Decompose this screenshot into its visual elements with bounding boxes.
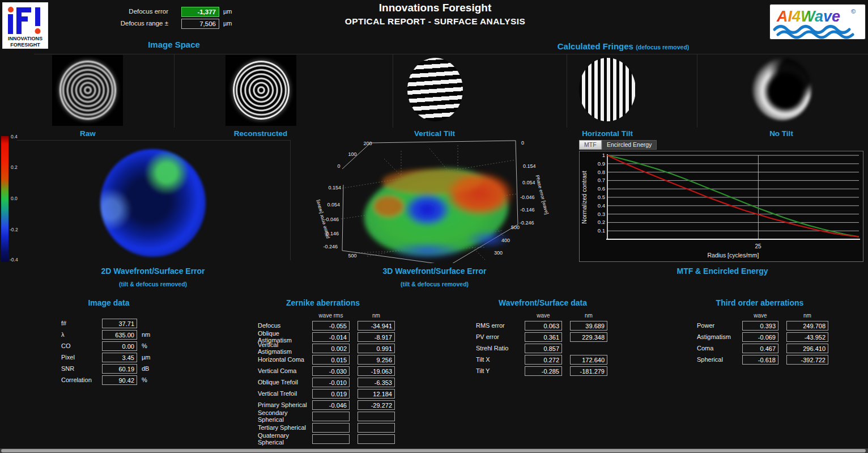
tab-mtf[interactable]: MTF — [579, 140, 602, 150]
field-value[interactable]: 90.42 — [102, 375, 137, 385]
nm-value[interactable]: -181.279 — [570, 366, 607, 376]
field-label: Tertiary Spherical — [258, 424, 312, 431]
table-row: SNR60.19dB — [61, 363, 156, 374]
wave-value[interactable]: 0.015 — [312, 355, 350, 365]
logo-text-line2: FORESIGHT — [10, 42, 40, 48]
nm-value[interactable]: 172.640 — [570, 355, 607, 365]
svg-text:1: 1 — [602, 152, 605, 158]
field-label: Correlation — [61, 376, 102, 383]
table-row: Quaternary Spherical — [258, 433, 395, 444]
wave-value[interactable]: -0.069 — [742, 332, 778, 342]
nm-value[interactable]: -8.917 — [358, 332, 395, 342]
nm-value[interactable]: 39.689 — [570, 321, 607, 331]
third-order-table: wavenm Power0.393249.708 Astigmatism-0.0… — [697, 311, 828, 365]
raw-interferogram-image — [52, 55, 123, 126]
z-tick: -0.146 — [520, 207, 535, 213]
wave-value[interactable]: -0.055 — [312, 321, 350, 331]
field-value[interactable]: 60.19 — [102, 364, 137, 374]
wave-value[interactable] — [312, 412, 350, 421]
wave-value[interactable]: 0.361 — [525, 332, 562, 342]
table-row: RMS error0.06339.689 — [476, 320, 607, 331]
nm-value[interactable]: 229.348 — [570, 332, 607, 342]
wave-value[interactable]: 0.002 — [312, 344, 350, 353]
column-header: wave rms — [312, 312, 350, 319]
wave-value[interactable]: -0.014 — [312, 332, 350, 342]
table-row: Oblique Trefoil-0.010-6.353 — [258, 376, 395, 388]
wave-value[interactable]: -0.030 — [312, 366, 350, 376]
wave-value[interactable]: -0.046 — [312, 400, 350, 410]
wave-value[interactable]: 0.857 — [525, 344, 562, 353]
ai4wave-wordmark: AI4Wave — [776, 8, 840, 25]
field-label: CO — [61, 342, 102, 349]
wavefront-3d-title: 3D Wavefront/Surface Error — [321, 266, 548, 276]
wave-value[interactable] — [312, 434, 350, 444]
field-label: Coma — [697, 345, 742, 352]
nm-value[interactable]: -29.272 — [358, 400, 395, 410]
defocus-range-field[interactable]: 7,506 — [181, 19, 219, 29]
ai4wave-logo: AI4Wave © — [769, 4, 866, 40]
no-tilt-label: No Tilt — [725, 129, 838, 138]
horizontal-scrollbar[interactable] — [0, 448, 868, 453]
wave-value[interactable]: 0.063 — [525, 321, 562, 331]
tab-encircled-energy[interactable]: Encircled Energy — [602, 140, 657, 150]
defocus-range-label: Defocus range ± — [110, 20, 168, 27]
nm-value[interactable]: -392.722 — [786, 355, 828, 365]
field-label: Astigmatism — [697, 333, 742, 340]
nm-value[interactable]: 296.410 — [786, 344, 828, 353]
horizontal-tilt-label: Horizontal Tilt — [551, 129, 664, 138]
nm-value[interactable]: -6.353 — [358, 378, 395, 387]
table-row: Vertical Astigmatism0.0020.991 — [258, 342, 395, 354]
column-header: nm — [358, 312, 395, 319]
nm-value[interactable]: 249.708 — [786, 321, 828, 331]
wave-value[interactable]: 0.393 — [742, 321, 778, 331]
defocus-error-field[interactable]: -1,377 — [181, 7, 219, 17]
field-value[interactable]: 635.00 — [102, 330, 137, 340]
field-label: Tilt Y — [476, 367, 525, 374]
z-tick: -0.046 — [324, 217, 339, 222]
field-label: Spherical — [697, 356, 742, 363]
wave-value[interactable]: -0.285 — [525, 366, 562, 376]
nm-value[interactable] — [358, 412, 395, 421]
wave-value[interactable]: -0.010 — [312, 378, 350, 387]
wavefront-3d-plot: 200 100 0 0.154 0.054 -0.046 -0.146 -0.2… — [316, 139, 554, 263]
mtf-chart: 1 0.9 0.8 0.7 0.6 0.5 0.4 0.3 0.2 0.1 25… — [579, 151, 863, 262]
svg-text:0.5: 0.5 — [598, 194, 605, 200]
divider — [34, 54, 868, 54]
column-header: nm — [570, 312, 607, 319]
zernike-table: wave rmsnm Defocus-0.055-34.941 Oblique … — [258, 311, 395, 444]
field-value[interactable]: 3.45 — [102, 353, 137, 362]
reconstructed-interferogram-image — [225, 55, 296, 126]
field-value[interactable]: 0.00 — [102, 341, 137, 351]
reconstructed-label: Reconstructed — [204, 129, 317, 138]
scrollbar-thumb[interactable] — [1, 449, 866, 452]
wave-value[interactable] — [312, 423, 350, 433]
svg-text:0.1: 0.1 — [598, 227, 605, 234]
nm-value[interactable] — [358, 434, 395, 444]
wave-value[interactable]: -0.618 — [742, 355, 778, 365]
nm-value[interactable]: 9.256 — [358, 355, 395, 365]
wavefront-3d-surface — [359, 160, 514, 263]
nm-value[interactable] — [358, 423, 395, 433]
table-header: wavenm — [697, 311, 828, 320]
calculated-fringes-title: Calculated Fringes — [558, 41, 633, 51]
z-tick: 0.054 — [522, 180, 535, 185]
nm-value[interactable]: -43.952 — [786, 332, 828, 342]
wave-value[interactable]: 0.019 — [312, 389, 350, 399]
field-label: Vertical Coma — [258, 367, 312, 374]
nm-value[interactable]: -19.063 — [358, 366, 395, 376]
colorbar-tick: 0.0 — [11, 196, 18, 201]
nm-value[interactable]: 0.991 — [358, 344, 395, 353]
z-tick: -0.246 — [520, 220, 534, 226]
colorbar-tick: 0.4 — [11, 134, 18, 139]
field-label: PV error — [476, 333, 525, 340]
field-value[interactable]: 37.71 — [102, 319, 137, 328]
wave-value[interactable]: 0.467 — [742, 344, 778, 353]
wave-value[interactable]: 0.272 — [525, 355, 562, 365]
nm-value[interactable]: 12.184 — [358, 389, 395, 399]
field-label: Strehl Ratio — [476, 345, 525, 352]
zernike-title: Zernike aberrations — [266, 298, 380, 307]
logo-text-line1: INNOVATIONS — [8, 36, 42, 41]
table-row: Astigmatism-0.069-43.952 — [697, 331, 828, 342]
nm-value[interactable]: -34.941 — [358, 321, 395, 331]
divider — [567, 54, 567, 128]
